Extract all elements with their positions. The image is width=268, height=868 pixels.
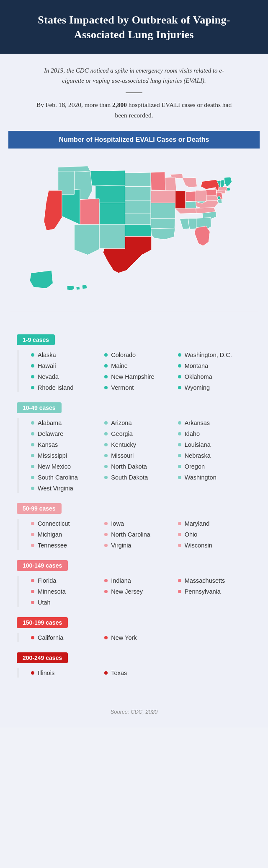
state-dot (104, 465, 108, 468)
map-section: Number of Hospitalized EVALI Cases or De… (0, 131, 268, 330)
state-name: South Carolina (38, 474, 78, 481)
state-name: Massachusetts (185, 577, 225, 584)
state-name: Nevada (38, 373, 59, 380)
intro-paragraph1: In 2019, the CDC noticed a spike in emer… (34, 65, 234, 86)
state-dot (31, 443, 34, 446)
state-name: Michigan (38, 531, 62, 538)
states-grid-3: FloridaIndianaMassachusettsMinnesotaNew … (24, 576, 251, 607)
category-label-4: 150-199 cases (17, 617, 68, 628)
list-item: Texas (104, 668, 178, 678)
list-item: Oklahoma (178, 372, 251, 381)
state-dot (104, 590, 108, 593)
state-name: Georgia (111, 430, 133, 437)
list-item: Illinois (31, 668, 104, 678)
state-dot (31, 544, 34, 547)
us-map (10, 157, 258, 313)
state-dot (31, 386, 34, 389)
list-item: Michigan (31, 530, 104, 539)
highlight-number: 2,800 (112, 101, 127, 108)
state-dot (178, 454, 181, 457)
state-name: Maryland (185, 520, 210, 527)
state-name: Vermont (111, 384, 134, 391)
state-dot (104, 353, 108, 357)
state-name: Washington, D.C. (185, 352, 232, 358)
list-item: Utah (31, 598, 104, 607)
list-item: Alaska (31, 350, 104, 360)
list-item: Wyoming (178, 383, 251, 392)
lists-section: 1-9 casesAlaskaColoradoWashington, D.C.H… (0, 330, 268, 700)
category-label-3: 100-149 cases (17, 560, 68, 571)
state-dot (31, 636, 34, 639)
state-dot (178, 443, 181, 446)
state-name: Rhode Island (38, 384, 73, 391)
state-dot (178, 533, 181, 536)
state-name: Colorado (111, 352, 136, 358)
state-dot (104, 544, 108, 547)
state-dot (178, 590, 181, 593)
state-name: Utah (38, 599, 51, 606)
state-name: Florida (38, 577, 56, 584)
list-item: Louisiana (178, 440, 251, 449)
state-name: Missouri (111, 452, 134, 459)
state-name: Kansas (38, 441, 58, 448)
list-item: Hawaii (31, 361, 104, 370)
state-name: Mississippi (38, 452, 67, 459)
list-item: Mississippi (31, 451, 104, 460)
state-dot (31, 454, 34, 457)
list-item: New Mexico (31, 462, 104, 471)
state-name: New Jersey (111, 588, 143, 595)
category-label-5: 200-249 cases (17, 652, 68, 663)
list-item: Maryland (178, 519, 251, 528)
state-dot (104, 432, 108, 435)
state-dot (31, 353, 34, 357)
state-name: North Dakota (111, 463, 147, 470)
map-header: Number of Hospitalized EVALI Cases or De… (8, 131, 260, 149)
state-name: New Hampshire (111, 373, 154, 380)
category-block-4: 150-199 casesCaliforniaNew York (17, 617, 251, 642)
state-dot (31, 465, 34, 468)
state-name: Oregon (185, 463, 205, 470)
list-item: Wisconsin (178, 541, 251, 550)
list-item: North Dakota (104, 462, 178, 471)
state-name: Tennessee (38, 542, 67, 549)
state-dot (104, 454, 108, 457)
list-item: Montana (178, 361, 251, 370)
list-item: Rhode Island (31, 383, 104, 392)
state-name: Wyoming (185, 384, 210, 391)
list-item: Massachusetts (178, 576, 251, 585)
category-block-3: 100-149 casesFloridaIndianaMassachusetts… (17, 560, 251, 607)
state-name: Texas (111, 670, 127, 676)
list-item: Iowa (104, 519, 178, 528)
state-name: West Virginia (38, 485, 73, 492)
state-dot (178, 353, 181, 357)
state-dot (178, 432, 181, 435)
state-dot (178, 364, 181, 368)
list-item: Nebraska (178, 451, 251, 460)
state-name: South Dakota (111, 474, 148, 481)
state-dot (178, 465, 181, 468)
list-item: Arkansas (178, 418, 251, 427)
list-item: California (31, 633, 104, 642)
list-item: Florida (31, 576, 104, 585)
category-block-5: 200-249 casesIllinoisTexas (17, 652, 251, 678)
state-dot (31, 421, 34, 425)
svg-point-1 (217, 196, 220, 199)
divider (126, 92, 142, 93)
states-grid-4: CaliforniaNew York (24, 633, 251, 642)
list-item: Washington, D.C. (178, 350, 251, 360)
list-item: Tennessee (31, 541, 104, 550)
state-name: Iowa (111, 520, 124, 527)
state-name: Ohio (185, 531, 198, 538)
state-dot (178, 522, 181, 525)
state-dot (31, 579, 34, 582)
state-dot (104, 533, 108, 536)
state-name: New York (111, 634, 137, 641)
list-item: Virginia (104, 541, 178, 550)
list-item: South Dakota (104, 473, 178, 482)
state-dot (104, 375, 108, 378)
state-name: North Carolina (111, 531, 150, 538)
list-item: Pennsylvania (178, 587, 251, 596)
intro-section: In 2019, the CDC noticed a spike in emer… (0, 54, 268, 131)
intro-paragraph2: By Feb. 18, 2020, more than 2,800 hospit… (34, 100, 234, 121)
state-dot (104, 476, 108, 479)
